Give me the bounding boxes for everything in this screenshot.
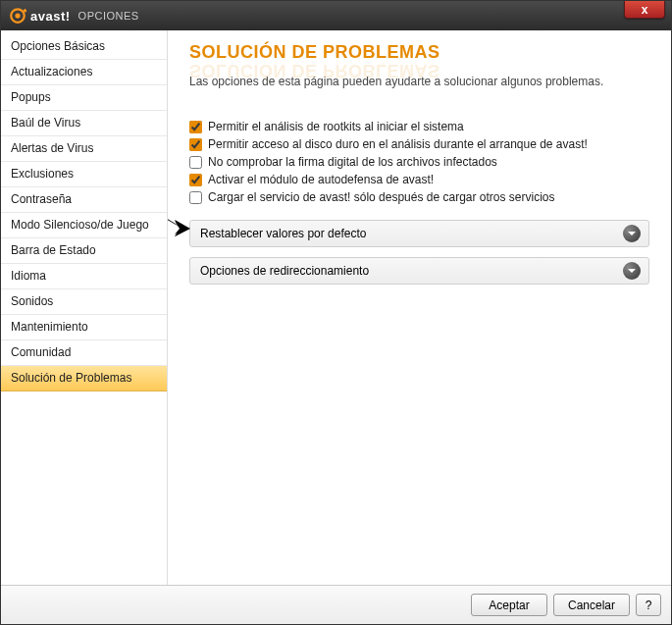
sidebar-item[interactable]: Barra de Estado — [1, 238, 167, 264]
checkbox-row: Permitir el análisis de rootkits al inic… — [189, 118, 649, 135]
page-title: SOLUCIÓN DE PROBLEMAS — [189, 42, 649, 63]
sidebar-item[interactable]: Mantenimiento — [1, 315, 167, 340]
window-title: OPCIONES — [78, 10, 139, 22]
checkbox[interactable] — [189, 174, 202, 186]
chevron-down-icon — [623, 262, 641, 280]
options-window: avast! OPCIONES x Opciones BásicasActual… — [0, 0, 672, 625]
sidebar-item[interactable]: Baúl de Virus — [1, 111, 167, 136]
checkbox[interactable] — [189, 191, 202, 204]
checkbox-label[interactable]: Permitir acceso al disco duro en el anál… — [208, 137, 588, 151]
checkbox-row: Activar el módulo de autodefensa de avas… — [189, 171, 649, 188]
sidebar-item[interactable]: Contraseña — [1, 187, 167, 213]
svg-point-1 — [15, 13, 20, 18]
checkbox-group: Permitir el análisis de rootkits al inic… — [189, 118, 649, 206]
sidebar-item[interactable]: Comunidad — [1, 340, 167, 366]
sidebar-item[interactable]: Actualizaciones — [1, 60, 167, 85]
checkbox[interactable] — [189, 138, 202, 151]
cancel-button[interactable]: Cancelar — [553, 594, 630, 616]
sidebar-item[interactable]: Popups — [1, 85, 167, 111]
checkbox-row: Cargar el servicio de avast! sólo despué… — [189, 188, 649, 206]
checkbox[interactable] — [189, 121, 202, 133]
expander-label: Restablecer valores por defecto — [200, 227, 366, 240]
brand-text: avast! — [30, 9, 71, 24]
checkbox-row: Permitir acceso al disco duro en el anál… — [189, 135, 649, 153]
sidebar-item[interactable]: Opciones Básicas — [1, 34, 167, 60]
footer: Aceptar Cancelar ? — [1, 585, 671, 624]
ok-button[interactable]: Aceptar — [471, 594, 547, 616]
body: Opciones BásicasActualizacionesPopupsBaú… — [1, 30, 671, 585]
expander-label: Opciones de redireccionamiento — [200, 264, 369, 278]
annotation-arrow-icon — [168, 211, 191, 240]
titlebar: avast! OPCIONES x — [1, 1, 671, 30]
checkbox-row: No comprobar la firma digital de los arc… — [189, 153, 649, 171]
chevron-down-icon — [623, 225, 641, 242]
checkbox[interactable] — [189, 156, 202, 169]
checkbox-label[interactable]: Permitir el análisis de rootkits al inic… — [208, 120, 464, 133]
expander[interactable]: Opciones de redireccionamiento — [189, 257, 649, 285]
sidebar-item[interactable]: Solución de Problemas — [1, 366, 167, 391]
close-button[interactable]: x — [624, 1, 665, 19]
page-description: Las opciones de esta página pueden ayuda… — [189, 75, 649, 88]
sidebar-item[interactable]: Exclusiones — [1, 162, 167, 187]
expander[interactable]: Restablecer valores por defecto — [189, 220, 649, 247]
help-button[interactable]: ? — [636, 594, 661, 616]
sidebar-item[interactable]: Alertas de Virus — [1, 136, 167, 162]
checkbox-label[interactable]: Cargar el servicio de avast! sólo despué… — [208, 190, 555, 204]
sidebar-item[interactable]: Modo Silencioso/de Juego — [1, 213, 167, 238]
sidebar: Opciones BásicasActualizacionesPopupsBaú… — [1, 30, 168, 585]
avast-icon — [9, 7, 26, 25]
checkbox-label[interactable]: No comprobar la firma digital de los arc… — [208, 155, 497, 169]
checkbox-label[interactable]: Activar el módulo de autodefensa de avas… — [208, 173, 434, 186]
sidebar-item[interactable]: Idioma — [1, 264, 167, 289]
content-panel: SOLUCIÓN DE PROBLEMAS SOLUCIÓN DE PROBLE… — [168, 30, 671, 585]
brand-logo: avast! — [9, 7, 71, 25]
sidebar-item[interactable]: Sonidos — [1, 289, 167, 315]
